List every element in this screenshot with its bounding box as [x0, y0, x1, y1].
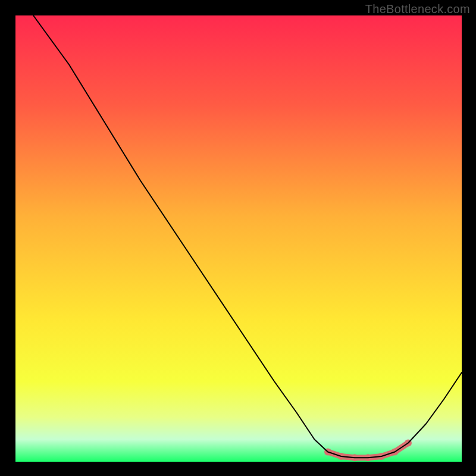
chart-container: TheBottleneck.com: [0, 0, 476, 476]
plot-background: [15, 15, 462, 462]
bottleneck-chart: [0, 0, 476, 476]
watermark-text: TheBottleneck.com: [365, 2, 470, 16]
